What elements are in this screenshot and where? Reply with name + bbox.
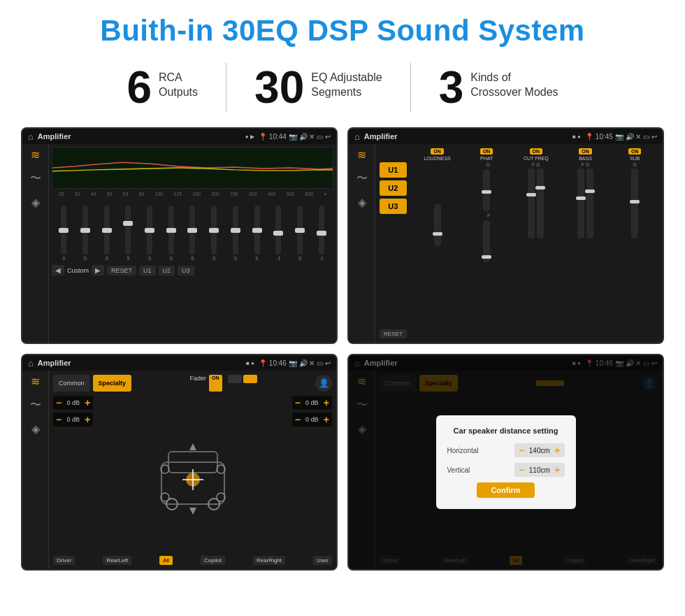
horizontal-minus[interactable]: − (519, 445, 524, 456)
amp2-reset-button[interactable]: RESET (380, 329, 407, 338)
tab-specialty-3[interactable]: Specialty (93, 375, 132, 392)
u1-button[interactable]: U1 (380, 162, 407, 178)
vertical-minus[interactable]: − (519, 464, 524, 475)
phat-label: PHAT (480, 156, 493, 161)
status-dots-2: ■ ● (572, 134, 581, 140)
cutfreq-on[interactable]: ON (530, 148, 543, 155)
all-btn-3[interactable]: All (159, 556, 173, 565)
bass-on[interactable]: ON (579, 148, 592, 155)
freq-scroll[interactable]: » (324, 192, 326, 196)
vertical-label: Vertical (447, 466, 470, 474)
dialog-vertical-row: Vertical − 110cm + (447, 463, 565, 477)
sidebar-wave-icon[interactable]: 〜 (30, 171, 41, 186)
db-minus-2[interactable]: − (56, 414, 62, 425)
speaker-layout: − 0 dB + − 0 dB + (53, 396, 332, 556)
status-dots-3: ■ ● (246, 360, 254, 366)
home-icon-1: ⌂ (28, 131, 34, 142)
stat-item-eq: 30 EQ AdjustableSegments (226, 65, 410, 110)
status-bar-2: ⌂ Amplifier ■ ● 📍 10:45 📷 🔊 ✕ ▭ ↩ (349, 129, 663, 144)
profile-icon-3[interactable]: 👤 (315, 375, 332, 392)
eq-slider-9[interactable]: 0 (233, 206, 238, 261)
eq-u3-button[interactable]: U3 (178, 266, 194, 275)
svg-marker-15 (189, 443, 196, 450)
freq-320: 320 (249, 192, 257, 196)
db-plus-2[interactable]: + (85, 414, 90, 425)
eq-next-button[interactable]: ▶ (92, 265, 104, 275)
eq-slider-7[interactable]: 0 (189, 206, 195, 261)
sidebar-speaker-icon-3[interactable]: ◈ (31, 422, 40, 436)
rearleft-btn-3[interactable]: RearLeft (103, 556, 131, 565)
fader-on-toggle[interactable]: ON (209, 375, 222, 392)
db-row-2: − 0 dB + (53, 413, 93, 427)
sidebar-3: ≋ 〜 ◈ (22, 371, 49, 569)
distance-dialog: Car speaker distance setting Horizontal … (436, 415, 576, 509)
eq-slider-2[interactable]: 0 (82, 206, 88, 261)
amp-channel-phat: ON PHAT G F (463, 148, 510, 338)
loudness-label: LOUDNESS (424, 156, 451, 161)
user-btn-3[interactable]: User (313, 556, 332, 565)
bass-label: BASS (579, 156, 592, 161)
copilot-btn-3[interactable]: Copilot (201, 556, 225, 565)
db-minus-4[interactable]: − (295, 414, 301, 425)
eq-prev-button[interactable]: ◀ (52, 265, 64, 275)
confirm-button[interactable]: Confirm (477, 482, 534, 498)
db-plus-3[interactable]: + (324, 397, 329, 408)
stat-label-rca: RCAOutputs (159, 65, 198, 100)
freq-50: 50 (107, 192, 113, 196)
freq-63: 63 (123, 192, 129, 196)
amp-channel-loudness: ON LOUDNESS (414, 148, 461, 338)
eq-slider-12[interactable]: 0 (297, 206, 303, 261)
rearright-btn-3[interactable]: RearRight (253, 556, 285, 565)
horizontal-label: Horizontal (447, 447, 479, 454)
sidebar-eq-icon[interactable]: ≋ (31, 148, 40, 162)
eq-slider-5[interactable]: 0 (147, 206, 152, 261)
horizontal-plus[interactable]: + (554, 445, 560, 456)
freq-630: 630 (305, 192, 314, 196)
sidebar-speaker-icon[interactable]: ◈ (31, 196, 40, 209)
sidebar-wave-icon-3[interactable]: 〜 (30, 398, 41, 413)
db-value-4: 0 dB (303, 416, 321, 423)
eq-slider-4[interactable]: 5 (125, 206, 131, 261)
sidebar-wave-icon-2[interactable]: 〜 (356, 171, 368, 186)
freq-160: 160 (192, 192, 201, 196)
freq-250: 250 (230, 192, 238, 196)
freq-100: 100 (155, 192, 164, 196)
db-minus-1[interactable]: − (56, 397, 62, 408)
horizontal-value: 140cm (527, 447, 551, 454)
eq-u1-button[interactable]: U1 (139, 266, 156, 275)
sidebar-speaker-icon-2[interactable]: ◈ (358, 196, 366, 209)
eq-reset-button[interactable]: RESET (107, 266, 136, 275)
loudness-on[interactable]: ON (431, 148, 444, 155)
amp-channels: ON LOUDNESS ON PHAT G (414, 148, 658, 338)
eq-slider-3[interactable]: 0 (104, 206, 110, 261)
eq-slider-10[interactable]: 0 (254, 206, 260, 261)
db-minus-3[interactable]: − (295, 397, 301, 408)
eq-slider-1[interactable]: 0 (61, 206, 66, 261)
screen-eq: ⌂ Amplifier ● ▶ 📍 10:44 📷 🔊 ✕ ▭ ↩ ≋ 〜 ◈ (21, 127, 338, 344)
screen-title-3: Amplifier (38, 359, 242, 367)
freq-500: 500 (287, 192, 295, 196)
sidebar-eq-icon-2[interactable]: ≋ (357, 148, 366, 162)
eq-slider-8[interactable]: 0 (211, 206, 217, 261)
sidebar-eq-icon-3[interactable]: ≋ (31, 375, 40, 388)
eq-freq-labels: 25 32 40 50 63 80 100 125 160 200 250 32… (52, 192, 333, 196)
svg-marker-16 (189, 508, 196, 515)
eq-slider-6[interactable]: 0 (168, 206, 174, 261)
vertical-value: 110cm (527, 466, 551, 474)
db-plus-4[interactable]: + (324, 414, 329, 425)
driver-btn-3[interactable]: Driver (53, 556, 75, 565)
eq-slider-11[interactable]: -1 (275, 206, 281, 261)
eq-u2-button[interactable]: U2 (159, 266, 175, 275)
eq-slider-13[interactable]: -1 (319, 206, 324, 261)
vertical-plus[interactable]: + (554, 464, 560, 475)
sub-on[interactable]: ON (628, 148, 642, 155)
status-dots-1: ● ▶ (245, 134, 254, 140)
horizontal-control: − 140cm + (514, 443, 564, 457)
tab-common-3[interactable]: Common (53, 375, 90, 392)
freq-40: 40 (91, 192, 96, 196)
vertical-control: − 110cm + (514, 463, 564, 477)
u2-button[interactable]: U2 (380, 180, 407, 196)
u3-button[interactable]: U3 (380, 199, 407, 214)
phat-on[interactable]: ON (480, 148, 493, 155)
db-plus-1[interactable]: + (85, 397, 90, 408)
